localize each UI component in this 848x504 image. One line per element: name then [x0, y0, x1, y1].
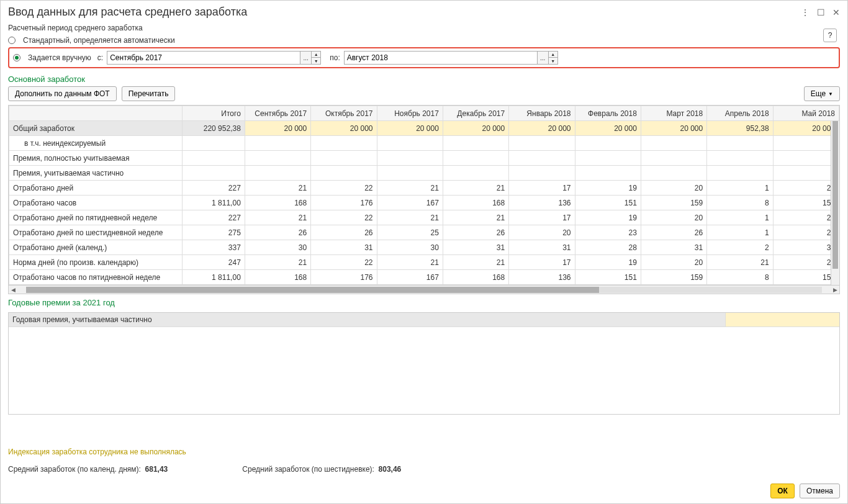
cell[interactable]: 31	[311, 240, 377, 255]
cell[interactable]: 8	[707, 270, 773, 285]
cell[interactable]: 159	[773, 196, 839, 210]
cell[interactable]	[443, 136, 508, 151]
more-button[interactable]: Еще ▼	[804, 86, 840, 101]
cell[interactable]: 21	[443, 210, 508, 225]
cell[interactable]: 26	[641, 225, 706, 240]
cell[interactable]	[245, 136, 310, 151]
cell[interactable]: 26	[245, 225, 310, 240]
cell[interactable]: 30	[377, 240, 443, 255]
cell[interactable]: 23	[575, 225, 641, 240]
period-to-picker[interactable]: ...	[537, 52, 548, 64]
cell[interactable]: 159	[641, 196, 706, 210]
cell[interactable]	[245, 166, 310, 181]
radio-auto-row[interactable]: Стандартный, определяется автоматически	[8, 35, 840, 46]
cell[interactable]: 168	[443, 270, 508, 285]
table-row[interactable]: Отработано часов по пятидневной неделе1 …	[9, 270, 839, 285]
cell[interactable]: 20 000	[641, 121, 706, 136]
cell[interactable]: 21	[377, 181, 443, 196]
cell[interactable]: 19	[575, 210, 641, 225]
cell[interactable]: 17	[509, 181, 575, 196]
cell[interactable]: 21	[443, 255, 508, 270]
cell[interactable]: 20	[641, 255, 706, 270]
cell[interactable]	[311, 166, 377, 181]
cell[interactable]: 167	[377, 196, 443, 210]
cell[interactable]: 25	[377, 225, 443, 240]
cell[interactable]: 952,38	[707, 121, 773, 136]
cell[interactable]: 1	[707, 225, 773, 240]
cell[interactable]: 2	[707, 240, 773, 255]
cell[interactable]: 26	[311, 225, 377, 240]
cell[interactable]: 176	[311, 270, 377, 285]
cell[interactable]: 19	[575, 181, 641, 196]
cell[interactable]	[311, 151, 377, 166]
cell[interactable]: 24	[773, 225, 839, 240]
cell[interactable]: 168	[245, 270, 310, 285]
period-from-up[interactable]: ▲	[312, 52, 320, 58]
period-to-up[interactable]: ▲	[549, 52, 557, 58]
ok-button[interactable]: ОК	[770, 484, 795, 498]
kebab-icon[interactable]: ⋮	[801, 7, 810, 17]
cell[interactable]	[773, 151, 839, 166]
scroll-right-icon[interactable]: ▶	[831, 287, 839, 293]
radio-manual[interactable]	[13, 54, 20, 61]
cell[interactable]: 21	[707, 255, 773, 270]
cell[interactable]	[773, 166, 839, 181]
cell[interactable]: 21	[377, 255, 443, 270]
cell[interactable]	[641, 151, 706, 166]
cell[interactable]: 1	[707, 210, 773, 225]
cell[interactable]	[443, 166, 508, 181]
cell[interactable]	[509, 136, 575, 151]
cell[interactable]: 22	[311, 181, 377, 196]
cell[interactable]	[641, 136, 706, 151]
cell[interactable]	[443, 151, 508, 166]
cell[interactable]: 21	[443, 181, 508, 196]
cell[interactable]: 20	[641, 181, 706, 196]
cell[interactable]	[575, 136, 641, 151]
cell[interactable]: 159	[641, 270, 706, 285]
cell[interactable]: 20	[773, 210, 839, 225]
cell[interactable]	[377, 151, 443, 166]
cell[interactable]	[575, 151, 641, 166]
cell[interactable]: 20 000	[509, 121, 575, 136]
cell[interactable]: 159	[773, 270, 839, 285]
recalc-button[interactable]: Перечитать	[122, 86, 176, 101]
cell[interactable]: 17	[509, 255, 575, 270]
cell[interactable]: 168	[245, 196, 310, 210]
radio-auto[interactable]	[8, 37, 16, 44]
cell[interactable]	[509, 166, 575, 181]
cell[interactable]: 31	[641, 240, 706, 255]
cell[interactable]: 21	[245, 210, 310, 225]
cell[interactable]	[377, 136, 443, 151]
cell[interactable]: 136	[509, 270, 575, 285]
cell[interactable]: 28	[575, 240, 641, 255]
cell[interactable]: 1	[707, 181, 773, 196]
close-icon[interactable]: ✕	[832, 7, 840, 17]
cell[interactable]: 31	[773, 240, 839, 255]
cell[interactable]	[707, 151, 773, 166]
cell[interactable]	[245, 151, 310, 166]
bonus-row[interactable]: Годовая премия, учитываемая частично	[9, 313, 839, 327]
table-row[interactable]: Отработано дней (календ.)337303130313128…	[9, 240, 839, 255]
cell[interactable]: 26	[443, 225, 508, 240]
cell[interactable]: 20 000	[311, 121, 377, 136]
table-row[interactable]: Премия, полностью учитываемая	[9, 151, 839, 166]
period-to-down[interactable]: ▼	[549, 58, 557, 64]
cell[interactable]	[311, 136, 377, 151]
cell[interactable]	[773, 136, 839, 151]
vertical-scrollbar[interactable]	[831, 121, 839, 285]
period-from-picker[interactable]: ...	[300, 52, 311, 64]
cell[interactable]: 31	[509, 240, 575, 255]
cell[interactable]: 20	[773, 255, 839, 270]
table-row[interactable]: Премия, учитываемая частично	[9, 166, 839, 181]
table-row[interactable]: Отработано дней22721222121171920120	[9, 181, 839, 196]
cell[interactable]: 21	[245, 181, 310, 196]
fill-fot-button[interactable]: Дополнить по данным ФОТ	[8, 86, 117, 101]
table-row[interactable]: Отработано часов1 811,001681761671681361…	[9, 196, 839, 210]
cell[interactable]: 21	[245, 255, 310, 270]
cell[interactable]: 167	[377, 270, 443, 285]
cell[interactable]: 20 000	[377, 121, 443, 136]
period-to-input[interactable]	[345, 53, 537, 62]
cell[interactable]	[377, 166, 443, 181]
cell[interactable]: 31	[443, 240, 508, 255]
cell[interactable]	[509, 151, 575, 166]
